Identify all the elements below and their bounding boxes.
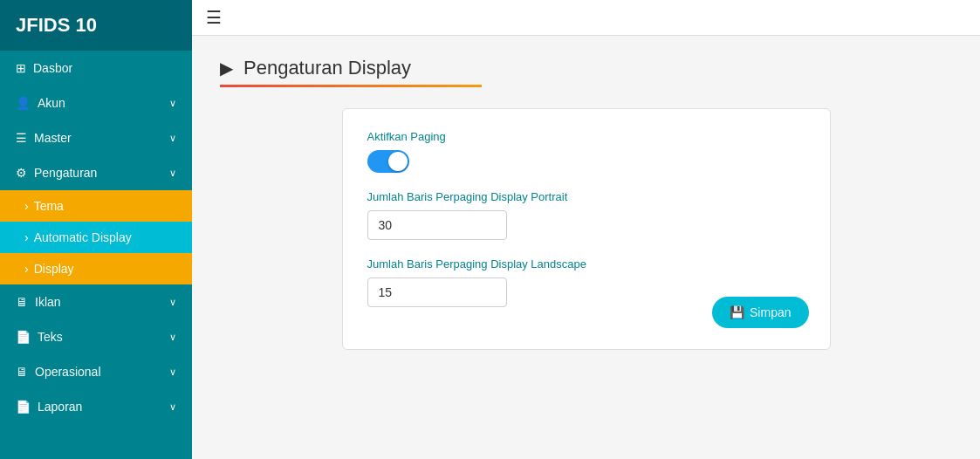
sidebar-subitem-automatic-display[interactable]: › Automatic Display bbox=[0, 222, 192, 253]
app-logo: JFIDS 10 bbox=[0, 0, 192, 51]
simpan-button[interactable]: 💾 Simpan bbox=[712, 297, 808, 328]
sidebar-item-akun[interactable]: 👤 Akun ∨ bbox=[0, 86, 192, 120]
sidebar-item-operasional[interactable]: 🖥 Operasional ∨ bbox=[0, 354, 192, 389]
sidebar-item-label: Dasbor bbox=[33, 61, 72, 75]
sidebar: JFIDS 10 ⊞ Dasbor 👤 Akun ∨ ☰ Master ∨ ⚙ … bbox=[0, 0, 192, 459]
landscape-label: Jumlah Baris Perpaging Display Landscape bbox=[367, 257, 805, 271]
sidebar-item-laporan[interactable]: 📄 Laporan ∨ bbox=[0, 389, 192, 424]
sidebar-item-teks[interactable]: 📄 Teks ∨ bbox=[0, 319, 192, 354]
chevron-down-icon: ∨ bbox=[169, 332, 176, 343]
sidebar-subitem-label: Tema bbox=[34, 199, 64, 213]
sidebar-item-dasbor[interactable]: ⊞ Dasbor bbox=[0, 51, 192, 86]
sidebar-item-label: Master bbox=[34, 131, 72, 145]
page-header: ▶ Pengaturan Display bbox=[220, 57, 952, 79]
sidebar-subitem-label: Display bbox=[34, 262, 74, 276]
dasbor-icon: ⊞ bbox=[16, 61, 26, 75]
content-area: ▶ Pengaturan Display Aktifkan Paging Jum… bbox=[192, 36, 980, 459]
sidebar-item-label: Operasional bbox=[35, 365, 101, 379]
sidebar-item-label: Iklan bbox=[35, 295, 61, 309]
portrait-label: Jumlah Baris Perpaging Display Portrait bbox=[367, 190, 805, 203]
chevron-down-icon: ∨ bbox=[169, 401, 176, 413]
sidebar-item-label: Teks bbox=[38, 330, 63, 344]
chevron-down-icon: ∨ bbox=[169, 98, 176, 109]
sidebar-subitem-tema[interactable]: › Tema bbox=[0, 190, 192, 222]
gear-icon: ⚙ bbox=[16, 166, 27, 180]
page-title: Pengaturan Display bbox=[243, 57, 411, 79]
toggle-wrapper bbox=[367, 150, 805, 173]
title-underline bbox=[220, 85, 482, 87]
chevron-down-icon: ∨ bbox=[169, 133, 176, 144]
play-icon: ▶ bbox=[220, 58, 233, 79]
monitor2-icon: 🖥 bbox=[16, 365, 28, 379]
landscape-input[interactable] bbox=[367, 277, 507, 307]
main-content: ☰ ▶ Pengaturan Display Aktifkan Paging J… bbox=[192, 0, 980, 459]
simpan-label: Simpan bbox=[750, 305, 791, 319]
sidebar-item-master[interactable]: ☰ Master ∨ bbox=[0, 120, 192, 155]
arrow-icon: › bbox=[24, 199, 29, 213]
monitor-icon: 🖥 bbox=[16, 295, 28, 309]
arrow-icon: › bbox=[24, 262, 29, 276]
master-icon: ☰ bbox=[16, 131, 27, 145]
chevron-down-icon: ∨ bbox=[169, 367, 176, 378]
save-icon: 💾 bbox=[730, 305, 744, 319]
sidebar-item-label: Pengaturan bbox=[34, 166, 97, 180]
portrait-group: Jumlah Baris Perpaging Display Portrait bbox=[367, 190, 805, 240]
sidebar-subitem-label: Automatic Display bbox=[34, 230, 132, 244]
chevron-down-icon: ∨ bbox=[169, 297, 176, 308]
portrait-input[interactable] bbox=[367, 210, 507, 240]
chevron-down-icon: ∨ bbox=[169, 168, 176, 179]
toggle-label: Aktifkan Paging bbox=[367, 130, 805, 143]
arrow-icon: › bbox=[24, 230, 29, 244]
topbar: ☰ bbox=[192, 0, 980, 36]
akun-icon: 👤 bbox=[16, 96, 31, 110]
file-icon: 📄 bbox=[16, 330, 31, 344]
sidebar-item-label: Laporan bbox=[38, 400, 82, 414]
sidebar-item-pengaturan[interactable]: ⚙ Pengaturan ∨ bbox=[0, 155, 192, 190]
form-card: Aktifkan Paging Jumlah Baris Perpaging D… bbox=[342, 108, 831, 350]
sidebar-subitem-display[interactable]: › Display bbox=[0, 253, 192, 284]
aktifkan-paging-toggle[interactable] bbox=[367, 150, 409, 173]
menu-toggle-button[interactable]: ☰ bbox=[206, 7, 222, 28]
sidebar-item-iklan[interactable]: 🖥 Iklan ∨ bbox=[0, 284, 192, 319]
sidebar-item-label: Akun bbox=[38, 96, 65, 110]
report-icon: 📄 bbox=[16, 400, 31, 414]
toggle-group: Aktifkan Paging bbox=[367, 130, 805, 173]
